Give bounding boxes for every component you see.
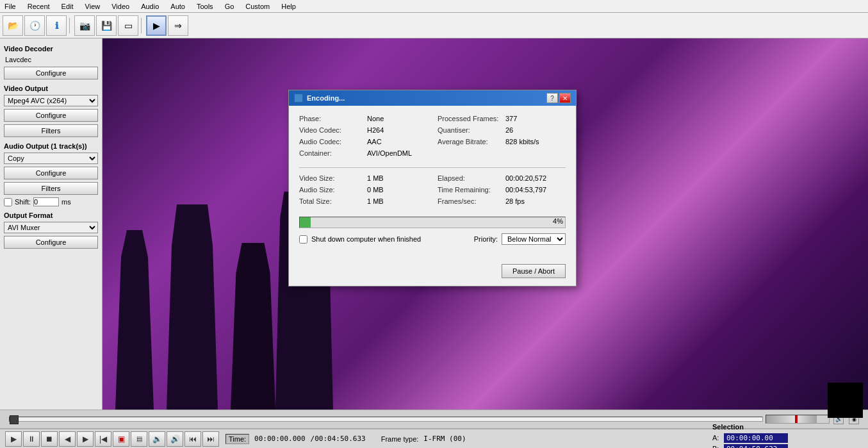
total-size-value: 1 MB (367, 197, 384, 205)
audio-codec-label: Audio Codec: (299, 138, 363, 145)
encode-dialog-icon (294, 94, 303, 103)
priority-row: Priority: Below Normal Normal Above Norm… (474, 233, 566, 245)
container-label: Container: (299, 149, 363, 157)
total-size-label: Total Size: (299, 197, 363, 205)
elapsed-row: Elapsed: 00:00:20,572 (438, 174, 566, 182)
progress-bar (299, 217, 566, 228)
phase-label: Phase: (299, 115, 363, 122)
video-size-row: Video Size: 1 MB (299, 174, 427, 182)
priority-select[interactable]: Below Normal Normal Above Normal High (502, 233, 566, 245)
phase-row: Phase: None (299, 115, 427, 122)
options-row: Shut down computer when finished Priorit… (299, 233, 566, 245)
dialog-overlay: Encoding... ? ✕ Phase: None Video Codec: (0, 0, 868, 448)
average-bitrate-label: Average Bitrate: (438, 138, 502, 145)
dialog-close-button[interactable]: ✕ (559, 93, 571, 103)
priority-label: Priority: (474, 235, 498, 243)
divider1 (299, 167, 566, 168)
time-remaining-value: 00:04:53,797 (505, 186, 546, 194)
time-remaining-label: Time Remaining: (438, 186, 502, 194)
pause-abort-button[interactable]: Pause / Abort (502, 264, 566, 278)
container-value: AVI/OpenDML (367, 149, 412, 157)
quantiser-value: 26 (505, 126, 513, 134)
audio-size-row: Audio Size: 0 MB (299, 186, 427, 194)
shutdown-checkbox-label[interactable]: Shut down computer when finished (299, 235, 421, 244)
processed-frames-label: Processed Frames: (438, 115, 502, 122)
dialog-body: Phase: None Video Codec: H264 Audio Code… (289, 106, 576, 259)
average-bitrate-value: 828 kbits/s (505, 138, 539, 145)
video-size-value: 1 MB (367, 174, 384, 182)
audio-codec-value: AAC (367, 138, 382, 145)
container-row: Container: AVI/OpenDML (299, 149, 427, 157)
audio-size-value: 0 MB (367, 186, 384, 194)
total-size-row: Total Size: 1 MB (299, 197, 427, 205)
dialog-footer: Pause / Abort (289, 259, 576, 286)
audio-codec-row: Audio Codec: AAC (299, 138, 427, 145)
elapsed-value: 00:00:20,572 (505, 174, 546, 182)
progress-label: 4% (553, 217, 563, 225)
phase-value: None (367, 115, 384, 122)
processed-frames-row: Processed Frames: 377 (438, 115, 566, 122)
video-size-label: Video Size: (299, 174, 363, 182)
frames-sec-label: Frames/sec: (438, 197, 502, 205)
video-codec-value: H264 (367, 126, 384, 134)
frames-sec-row: Frames/sec: 28 fps (438, 197, 566, 205)
processed-frames-value: 377 (505, 115, 517, 122)
frames-sec-value: 28 fps (505, 197, 525, 205)
dialog-help-button[interactable]: ? (546, 93, 558, 103)
shutdown-label: Shut down computer when finished (311, 235, 421, 243)
elapsed-label: Elapsed: (438, 174, 502, 182)
time-remaining-row: Time Remaining: 00:04:53,797 (438, 186, 566, 194)
video-codec-label: Video Codec: (299, 126, 363, 134)
dialog-title: Encoding... (294, 94, 345, 103)
quantiser-row: Quantiser: 26 (438, 126, 566, 134)
shutdown-checkbox[interactable] (299, 235, 307, 244)
dialog-titlebar: Encoding... ? ✕ (289, 90, 576, 106)
size-grid: Video Size: 1 MB Audio Size: 0 MB Total … (299, 174, 566, 209)
quantiser-label: Quantiser: (438, 126, 502, 134)
info-grid: Phase: None Video Codec: H264 Audio Code… (299, 115, 566, 161)
encoding-dialog: Encoding... ? ✕ Phase: None Video Codec: (288, 90, 577, 286)
video-codec-row: Video Codec: H264 (299, 126, 427, 134)
average-bitrate-row: Average Bitrate: 828 kbits/s (438, 138, 566, 145)
dialog-controls: ? ✕ (546, 93, 571, 103)
progress-fill (300, 217, 311, 228)
progress-container: 4% (299, 217, 566, 228)
audio-size-label: Audio Size: (299, 186, 363, 194)
